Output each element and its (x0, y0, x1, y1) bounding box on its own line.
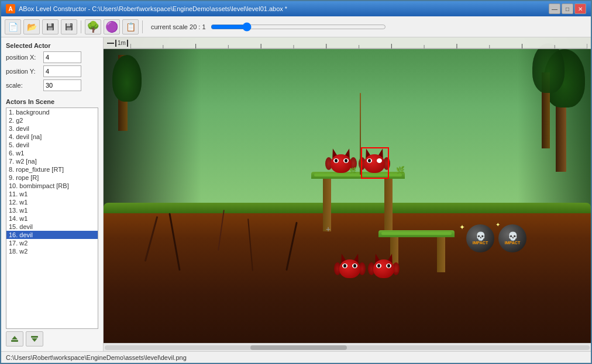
actor-list-item[interactable]: 9. rope [R] (6, 174, 98, 182)
scale-label: current scale 20 : 1 (151, 23, 206, 30)
move-down-button[interactable] (26, 331, 43, 346)
bomb-skull-2: 💀 (508, 231, 518, 241)
scale-slider[interactable] (211, 22, 386, 32)
actor-list-item[interactable]: 10. bombimpact [RB] (6, 182, 98, 190)
save-button[interactable] (42, 19, 58, 34)
actors-in-scene-label: Actors In Scene (6, 98, 98, 105)
plant-1: 🌿 (396, 166, 405, 174)
main-content: Selected Actor position X: position Y: s… (1, 37, 591, 351)
actor-list-item[interactable]: 16. devil (6, 231, 98, 239)
actor-list-item[interactable]: 15. devil (6, 223, 98, 231)
vine-5 (285, 222, 298, 271)
crosshair: + (326, 224, 331, 234)
open-button[interactable]: 📂 (23, 19, 40, 34)
actor-list-item[interactable]: 3. devil (6, 124, 98, 133)
title-buttons: — □ ✕ (549, 4, 586, 14)
tree-button[interactable]: 🌳 (85, 19, 101, 34)
scrollbar-thumb[interactable] (250, 345, 347, 350)
position-x-row: position X: (6, 51, 98, 63)
ruler-1m-label: 1m (118, 40, 126, 46)
status-path: C:\Users\Robert\workspace\EngineDemo\ass… (6, 354, 187, 361)
scrollbar-track (105, 345, 590, 350)
toolbar-separator-1 (81, 20, 81, 33)
selected-actor-label: Selected Actor (6, 42, 98, 49)
position-y-row: position Y: (6, 65, 98, 77)
scale-field-label: scale: (6, 82, 41, 89)
actor-list-item[interactable]: 14. w1 (6, 214, 98, 223)
actor-list-item[interactable]: 2. g2 (6, 116, 98, 124)
main-window: A ABox Level Constructor - C:\Users\Robe… (0, 0, 592, 364)
actor-list-item[interactable]: 12. w1 (6, 198, 98, 206)
ruler-v-line-right (127, 40, 128, 47)
scale-row: scale: (6, 79, 98, 91)
position-y-input[interactable] (43, 65, 81, 77)
actor-list-item[interactable]: 7. w2 [na] (6, 157, 98, 165)
svg-rect-7 (11, 340, 18, 342)
ruler-v-line-left (115, 40, 116, 47)
scale-input[interactable] (43, 79, 81, 91)
actors-list[interactable]: 1. background2. g23. devil4. devil [na]5… (6, 108, 98, 329)
toolbar: 📄 📂 + 🌳 🟣 📋 current scale 20 : 1 (1, 16, 591, 37)
vine-4 (247, 219, 253, 271)
sparkle-2: ✦ (495, 221, 500, 228)
actor-list-item[interactable]: 18. w2 (6, 247, 98, 255)
close-button[interactable]: ✕ (574, 4, 586, 14)
bomb-2: 💀 IMPACT (498, 224, 526, 252)
actor-list-item[interactable]: 4. devil [na] (6, 133, 98, 141)
save-as-button[interactable]: + (61, 19, 77, 34)
svg-marker-10 (32, 338, 37, 342)
position-y-label: position Y: (6, 68, 41, 75)
actor-list-item[interactable]: 1. background (6, 108, 98, 116)
vine-2 (168, 213, 180, 271)
ruler-h-line (107, 43, 114, 44)
vine-1 (144, 216, 159, 262)
platform-post-1 (323, 179, 331, 231)
rope (360, 93, 361, 175)
actor-list-item[interactable]: 13. w1 (6, 206, 98, 214)
selected-actor-section: Selected Actor position X: position Y: s… (6, 42, 98, 93)
game-scene: 💀 IMPACT 💀 IMPACT ✦ ✦ 🌿 🌿 + (104, 37, 591, 351)
toolbar-separator-2 (142, 20, 143, 33)
position-x-label: position X: (6, 54, 41, 61)
ground-grass (104, 203, 591, 213)
balloon-button[interactable]: 🟣 (104, 19, 120, 34)
copy-button[interactable]: 📋 (122, 19, 139, 34)
actor-list-item[interactable]: 8. rope_fixture [RT] (6, 165, 98, 174)
actor-list-item[interactable]: 11. w1 (6, 190, 98, 198)
devil-3 (338, 254, 362, 283)
new-button[interactable]: 📄 (5, 19, 21, 34)
actors-section: Actors In Scene 1. background2. g23. dev… (6, 98, 98, 346)
tree-left-1 (112, 55, 136, 148)
svg-rect-1 (48, 23, 51, 26)
tree-foliage-r2 (532, 43, 565, 93)
actor-list-item[interactable]: 17. w2 (6, 239, 98, 247)
platform-2-grass (381, 232, 452, 235)
platform-post-4 (437, 237, 445, 272)
ruler-bar: 1m (104, 37, 591, 49)
bomb-1: 💀 IMPACT (466, 224, 494, 252)
ruler-mark: 1m (107, 40, 128, 47)
horizontal-scrollbar[interactable] (104, 343, 591, 351)
ruler-ticks (130, 37, 587, 48)
move-up-button[interactable] (6, 331, 23, 346)
bomb-label-1: IMPACT (473, 241, 488, 245)
plant-2: 🌿 (349, 167, 356, 174)
vine-3 (218, 210, 225, 251)
app-icon: A (6, 4, 15, 13)
tree-right-2 (532, 43, 562, 148)
svg-rect-5 (67, 27, 71, 30)
sparkle-1: ✦ (459, 223, 465, 231)
bomb-skull-1: 💀 (476, 231, 486, 241)
svg-text:+: + (70, 23, 72, 26)
devil-2-selected (362, 148, 387, 178)
actor-list-item[interactable]: 6. w1 (6, 149, 98, 157)
canvas-area[interactable]: 💀 IMPACT 💀 IMPACT ✦ ✦ 🌿 🌿 + (104, 37, 591, 351)
minimize-button[interactable]: — (549, 4, 560, 14)
platform-post-2 (384, 179, 393, 231)
maximize-button[interactable]: □ (562, 4, 573, 14)
actor-list-item[interactable]: 5. devil (6, 141, 98, 149)
title-bar: A ABox Level Constructor - C:\Users\Robe… (1, 1, 591, 16)
status-bar: C:\Users\Robert\workspace\EngineDemo\ass… (1, 351, 591, 363)
position-x-input[interactable] (43, 51, 81, 63)
svg-rect-2 (48, 27, 53, 30)
